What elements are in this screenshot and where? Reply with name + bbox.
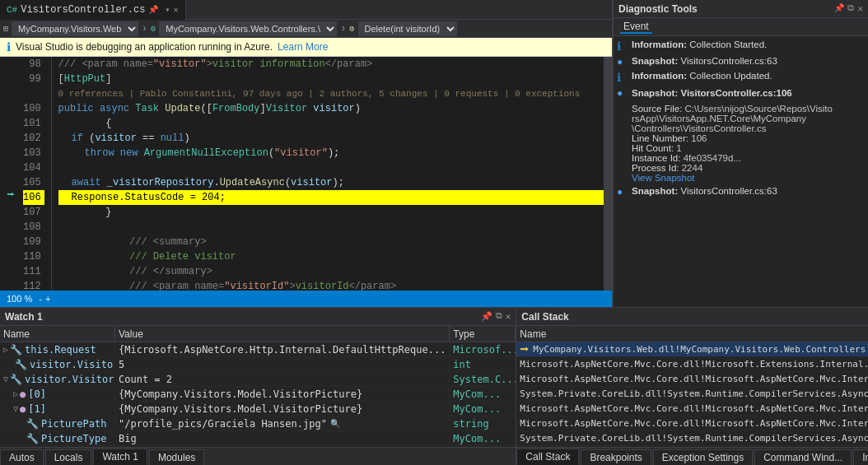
expand-arrow-4[interactable]: ▽ [13, 404, 18, 413]
watch-tab-autos[interactable]: Autos [0, 449, 44, 465]
watch-panel: Watch 1 📌 ⧉ ✕ Name Value Type ▷ 🔧 [0, 308, 516, 465]
callstack-tab-exceptions[interactable]: Exception Settings [653, 449, 753, 465]
watch-close-icon[interactable]: ✕ [506, 311, 511, 322]
line-num-112: 112 [23, 279, 44, 291]
watch-controls: 📌 ⧉ ✕ [481, 311, 511, 322]
watch-cell-value-1: 5 [115, 357, 450, 371]
gutter: ⮕ [0, 57, 16, 291]
watch-cell-name-0: ▷ 🔧 this.Request [0, 342, 115, 356]
code-line-103: throw new ArgumentNullException("visitor… [58, 146, 604, 160]
diag-float-icon[interactable]: ⧉ [847, 3, 854, 14]
watch-name-6: PictureType [41, 433, 106, 444]
tab-options-icon[interactable]: ▾ [165, 5, 170, 15]
diag-pin-icon[interactable]: 📌 [834, 3, 844, 14]
namespace-dropdown[interactable]: MyCompany.Visitors.Web [12, 21, 138, 36]
callstack-panel: Call Stack 📌 ⧉ ✕ Name Lang ⮕ MyCompany.V… [516, 308, 868, 465]
watch-icon-1: 🔧 [15, 359, 27, 370]
line-num-111: 111 [23, 264, 44, 279]
diag-info-icon-3: ℹ [617, 71, 628, 84]
diag-snapshot-icon-4: ● [617, 87, 628, 99]
expand-arrow-0[interactable]: ▷ [3, 345, 8, 354]
watch-col-value: Value [115, 326, 450, 342]
main-container: C# VisitorsController.cs 📌 ▾ ✕ ⊞ MyCompa… [0, 0, 868, 465]
watch-cell-type-6: MyCom... [450, 431, 516, 445]
code-line-102: if (visitor == null) [58, 131, 604, 146]
watch-row-this-request: ▷ 🔧 this.Request {Microsoft.AspNetCore.H… [0, 342, 516, 357]
watch-row-visitor-id: 🔧 visitor.VisitorId 5 int [0, 357, 516, 372]
diagnostic-title: Diagnostic Tools [618, 3, 698, 15]
info-icon: ℹ [7, 40, 11, 53]
callstack-row-5: Microsoft.AspNetCore.Mvc.Core.dll!Micros… [516, 416, 868, 431]
diag-item-4-header: ● Snapshot: VisitorsController.cs:106 [617, 87, 792, 99]
code-line-105: await _visitorRepository.UpdateAsync(vis… [58, 175, 604, 190]
code-line-107: } [58, 205, 604, 220]
line-num-103: 103 [23, 146, 44, 160]
editor-statusbar: 100 % - + [0, 291, 612, 307]
callstack-tab-command[interactable]: Command Wind... [754, 449, 852, 465]
expand-arrow-3[interactable]: ▷ [13, 389, 18, 398]
watch-cell-value-0: {Microsoft.AspNetCore.Http.Internal.Defa… [115, 342, 450, 356]
diag-snapshot-icon-5: ● [617, 186, 628, 198]
watch-float-icon[interactable]: ⧉ [496, 311, 502, 322]
code-line-109: /// <summary> [58, 235, 604, 249]
callstack-tab-breakpoints[interactable]: Breakpoints [581, 449, 651, 465]
editor-tab-visitors-controller[interactable]: C# VisitorsController.cs 📌 ▾ ✕ [0, 0, 186, 20]
method-dropdown[interactable]: Delete(int visitorId) [358, 21, 457, 36]
code-line-106: Response.StatusCode = 204; [58, 190, 604, 205]
watch-row-visitor-picture: ▽ 🔧 visitor.VisitorPicture Count = 2 Sys… [0, 372, 516, 387]
callstack-row-0: ⮕ MyCompany.Visitors.Web.dll!MyCompany.V… [516, 342, 868, 357]
watch-tab-watch1[interactable]: Watch 1 [93, 449, 147, 465]
watch-cell-type-2: System.C... [450, 372, 516, 386]
callstack-tab-callstack[interactable]: Call Stack [516, 449, 579, 465]
watch-cell-value-2: Count = 2 [115, 372, 450, 386]
zoom-decrease[interactable]: - [39, 294, 42, 304]
diag-item-3-text: Information: Collection Updated. [632, 71, 772, 81]
callstack-tab-immediate[interactable]: Immediate Wind... [853, 449, 868, 465]
code-line-ref: 0 references | Pablo Constantini, 97 day… [58, 86, 604, 101]
callstack-cell-name-2: Microsoft.AspNetCore.Mvc.Core.dll!Micros… [516, 372, 868, 386]
line-num-106: 106 [23, 190, 44, 205]
tab-close-icon[interactable]: ✕ [173, 5, 178, 15]
zoom-increase[interactable]: + [45, 294, 50, 304]
diag-view-snapshot[interactable]: View Snapshot [632, 173, 865, 183]
callstack-row-4: Microsoft.AspNetCore.Mvc.Core.dll!Micros… [516, 402, 868, 416]
watch-icon-4: ● [20, 403, 26, 415]
diagnostic-tab-event[interactable]: Event [620, 21, 652, 34]
diag-item-3: ℹ Information: Collection Updated. [617, 71, 865, 84]
watch-row-1: ▽ ● [1] {MyCompany.Visitors.Model.Visito… [0, 402, 516, 416]
watch-name-0: this.Request [25, 344, 96, 356]
diag-item-1-text: Information: Collection Started. [632, 40, 767, 49]
editor-scrollbar[interactable] [604, 57, 612, 291]
line-num-108: 108 [23, 220, 44, 235]
watch-tab-locals[interactable]: Locals [45, 449, 92, 465]
diag-process-id: Process Id: 2244 [632, 163, 865, 173]
learn-more-link[interactable]: Learn More [278, 41, 328, 53]
diag-item-1: ℹ Information: Collection Started. [617, 40, 865, 53]
watch-title: Watch 1 [5, 311, 43, 323]
watch-tab-modules[interactable]: Modules [149, 449, 204, 465]
diag-item-2-text: Snapshot: VisitorsController.cs:63 [632, 56, 777, 66]
callstack-cell-name-3: System.Private.CoreLib.dll!System.Runtim… [516, 387, 868, 401]
expand-arrow-2[interactable]: ▽ [3, 374, 8, 384]
watch-pin-icon[interactable]: 📌 [481, 311, 492, 322]
top-section: C# VisitorsController.cs 📌 ▾ ✕ ⊞ MyCompa… [0, 0, 868, 307]
watch-cell-name-3: ▷ ● [0] [0, 387, 115, 401]
line-num-98: 98 [23, 57, 44, 72]
class-dropdown[interactable]: MyCompany.Visitors.Web.Controllers.\ [159, 21, 337, 36]
diag-close-icon[interactable]: ✕ [857, 3, 863, 14]
watch-cell-value-5: "/profile_pics/Graciela Hansen.jpg" 🔍 [115, 416, 450, 430]
view-snapshot-link[interactable]: View Snapshot [632, 173, 695, 183]
watch-name-3: [0] [28, 388, 46, 400]
diag-line-number: Line Number: 106 [632, 133, 865, 143]
search-in-value-icon[interactable]: 🔍 [330, 419, 340, 428]
diagnostic-content: ℹ Information: Collection Started. ● Sna… [614, 36, 868, 307]
diag-info-icon-1: ℹ [617, 40, 628, 53]
watch-row-picturetype: 🔧 PictureType Big MyCom... [0, 431, 516, 446]
line-num-99: 99 [23, 72, 44, 86]
diag-snapshot-icon-2: ● [617, 56, 628, 67]
callstack-tab-bar: Call Stack Breakpoints Exception Setting… [516, 447, 868, 465]
watch-cell-value-4: {MyCompany.Visitors.Model.VisitorPicture… [115, 402, 450, 416]
editor-panel: C# VisitorsController.cs 📌 ▾ ✕ ⊞ MyCompa… [0, 0, 613, 307]
watch-col-name: Name [0, 326, 115, 342]
cs-file-icon: C# [7, 5, 17, 15]
